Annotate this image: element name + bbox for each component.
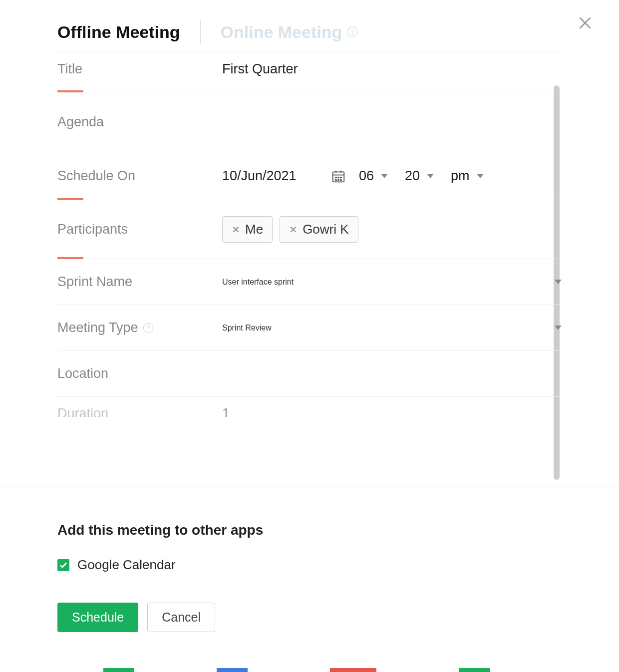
svg-point-8: [340, 177, 341, 178]
schedule-minute-select[interactable]: 20: [401, 168, 438, 184]
footer-section: Add this meeting to other apps Google Ca…: [0, 487, 619, 652]
title-label: Title: [57, 61, 222, 77]
remove-participant-icon[interactable]: ✕: [232, 224, 240, 236]
sprint-value: User interface sprint: [222, 278, 294, 287]
svg-point-7: [338, 177, 339, 178]
duration-value: 1: [222, 406, 230, 417]
field-sprint-name: Sprint Name User interface sprint: [57, 259, 562, 305]
agenda-input[interactable]: [222, 114, 562, 130]
chevron-down-icon: [555, 326, 562, 330]
sprint-select[interactable]: User interface sprint: [222, 278, 562, 287]
duration-label: Duration: [57, 406, 222, 417]
participant-chip: ✕ Me: [222, 216, 273, 243]
remove-participant-icon[interactable]: ✕: [289, 224, 298, 236]
participant-name: Me: [245, 222, 263, 237]
field-agenda: Agenda: [57, 92, 562, 152]
google-calendar-label: Google Calendar: [77, 557, 176, 573]
svg-point-10: [338, 179, 339, 180]
svg-point-11: [340, 179, 341, 180]
meeting-type-tabs: Offline Meeting Online Meeting ?: [57, 20, 562, 52]
google-calendar-checkbox[interactable]: [57, 559, 69, 571]
schedule-period-value: pm: [451, 168, 470, 184]
tab-online-label: Online Meeting: [221, 22, 342, 42]
help-icon[interactable]: ?: [143, 323, 153, 333]
participant-chip: ✕ Gowri K: [280, 216, 358, 243]
chevron-down-icon: [477, 174, 484, 178]
schedule-hour-select[interactable]: 06: [355, 168, 392, 184]
add-to-apps-title: Add this meeting to other apps: [57, 522, 562, 538]
field-participants: Participants ✕ Me ✕ Gowri K: [57, 200, 562, 259]
location-input[interactable]: [222, 366, 562, 381]
svg-point-9: [335, 179, 336, 180]
field-location: Location: [57, 351, 562, 397]
tab-offline-label: Offline Meeting: [57, 22, 180, 42]
schedule-date-input[interactable]: 10/Jun/2021: [222, 168, 322, 184]
field-meeting-type: Meeting Type ? Sprint Review: [57, 305, 562, 351]
field-duration: Duration 1: [57, 397, 562, 417]
schedule-minute-value: 20: [405, 168, 420, 184]
close-button[interactable]: [576, 14, 594, 34]
schedule-button[interactable]: Schedule: [57, 603, 138, 632]
participants-label: Participants: [57, 222, 222, 237]
meetingtype-label: Meeting Type ?: [57, 320, 222, 336]
field-title: Title: [57, 52, 562, 92]
close-icon: [576, 14, 594, 32]
participants-value[interactable]: ✕ Me ✕ Gowri K: [222, 216, 562, 243]
chevron-down-icon: [427, 174, 434, 178]
schedule-label: Schedule On: [57, 168, 222, 184]
cancel-button[interactable]: Cancel: [147, 603, 215, 632]
tab-divider: [200, 20, 201, 44]
calendar-icon[interactable]: [331, 169, 346, 184]
help-icon: ?: [347, 26, 358, 37]
chevron-down-icon: [555, 280, 562, 284]
chevron-down-icon: [381, 174, 388, 178]
check-icon: [59, 561, 67, 569]
location-label: Location: [57, 366, 222, 381]
meetingtype-value: Sprint Review: [222, 324, 272, 333]
schedule-hour-value: 06: [359, 168, 374, 184]
agenda-label: Agenda: [57, 114, 222, 130]
schedule-period-select[interactable]: pm: [447, 168, 488, 184]
svg-point-6: [335, 177, 336, 178]
meetingtype-select[interactable]: Sprint Review: [222, 324, 562, 333]
color-bar: [0, 668, 619, 672]
tab-offline-meeting[interactable]: Offline Meeting: [57, 22, 180, 42]
participant-name: Gowri K: [303, 222, 348, 237]
field-schedule-on: Schedule On 10/Jun/2021 06 20: [57, 152, 562, 200]
tab-online-meeting[interactable]: Online Meeting ?: [221, 22, 358, 42]
sprint-label: Sprint Name: [57, 274, 222, 290]
google-calendar-option: Google Calendar: [57, 557, 562, 573]
title-input[interactable]: [222, 61, 562, 77]
